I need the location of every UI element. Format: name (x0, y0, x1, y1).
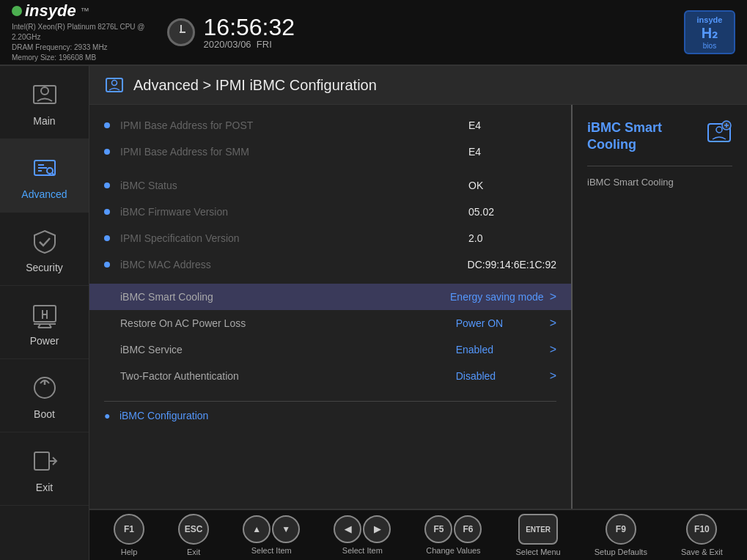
updown-pair: ▲ ▼ (243, 515, 300, 543)
logo-trademark: ™ (81, 6, 89, 16)
f5-button[interactable]: F5 (424, 515, 452, 543)
setting-value-ibmc-firmware: 05.02 (468, 206, 556, 218)
setting-label-ibmc-firmware: iBMC Firmware Version (120, 206, 468, 218)
config-content: IPMI Base Address for POST E4 IPMI Base … (89, 105, 747, 509)
exit-icon (29, 445, 61, 477)
bios-h2-text: H₂ (702, 24, 718, 42)
sidebar-item-advanced[interactable]: Advanced (0, 139, 89, 213)
sidebar-label-security: Security (26, 262, 63, 273)
setting-value-ibmc-cooling: Energy saving mode (450, 291, 544, 303)
bios-logo: insyde H₂ bios (684, 10, 735, 54)
arrow-icon: > (550, 343, 556, 356)
logo-circle-icon (12, 6, 22, 16)
footer-key-updown: ▲ ▼ Select Item (243, 515, 300, 555)
setting-row-ibmc-status: iBMC Status OK (89, 172, 571, 199)
time-display: 16:56:32 (204, 15, 295, 39)
power-icon (29, 298, 61, 331)
date-display: 2020/03/06 FRI (204, 39, 295, 50)
dot-icon (104, 149, 110, 155)
f10-label: Save & Exit (681, 548, 723, 556)
f10-button[interactable]: F10 (686, 514, 717, 545)
sidebar-item-power[interactable]: Power (0, 286, 89, 359)
down-button[interactable]: ▼ (272, 515, 300, 543)
sidebar-item-main[interactable]: Main (0, 66, 89, 139)
leftright-pair: ◀ ▶ (334, 515, 391, 543)
esc-button[interactable]: ESC (178, 514, 209, 545)
clock-area: 16:56:32 2020/03/06 FRI (167, 15, 295, 50)
setting-row-ipmi-spec: IPMI Specification Version 2.0 (89, 225, 571, 251)
setting-value-ipmi-spec: 2.0 (468, 232, 556, 244)
footer: F1 Help ESC Exit ▲ ▼ Select Item ◀ ▶ Se (89, 509, 747, 560)
footer-key-enter: ENTER Select Menu (516, 514, 561, 556)
sidebar-label-exit: Exit (36, 482, 53, 493)
sidebar-item-security[interactable]: Security (0, 213, 89, 286)
setting-label-ibmc-mac: iBMC MAC Address (120, 259, 468, 270)
f1-label: Help (121, 548, 138, 556)
section-header-label: iBMC Configuration (119, 410, 208, 421)
security-icon (29, 225, 61, 257)
arrow-icon: > (550, 369, 556, 383)
f9-button[interactable]: F9 (606, 514, 636, 545)
left-button[interactable]: ◀ (334, 515, 361, 543)
f6-button[interactable]: F6 (454, 515, 482, 543)
logo-insyde: insyde ™ (12, 1, 145, 21)
footer-key-leftright: ◀ ▶ Select Item (334, 515, 391, 555)
logo-area: insyde ™ Intel(R) Xeon(R) Platinum 8276L… (12, 1, 145, 63)
setting-value-two-factor: Disabled (456, 370, 544, 382)
logo-text: insyde (25, 1, 76, 21)
footer-key-esc: ESC Exit (178, 514, 209, 556)
up-button[interactable]: ▲ (243, 515, 271, 543)
sidebar-label-main: Main (33, 115, 55, 127)
setting-label-ibmc-service: iBMC Service (120, 344, 456, 355)
updown-label: Select Item (251, 546, 292, 555)
setting-label-ac-power: Restore On AC Power Loss (120, 317, 456, 329)
help-panel: iBMC Smart Cooling iBMC Smart Cool (571, 105, 747, 509)
dot-icon (104, 209, 110, 215)
dot-icon (104, 262, 110, 268)
setting-label-ibmc-cooling: iBMC Smart Cooling (120, 291, 450, 303)
help-title: iBMC Smart Cooling (587, 119, 706, 154)
sidebar-item-exit[interactable]: Exit (0, 432, 89, 506)
advanced-icon (29, 152, 61, 184)
bios-brand-text: insyde (697, 15, 723, 24)
footer-key-f1: F1 Help (114, 514, 144, 556)
dot-icon (104, 235, 110, 241)
setting-row-two-factor[interactable]: Two-Factor Authentication Disabled > (89, 363, 571, 389)
setting-label-ipmi-post: IPMI Base Address for POST (120, 119, 468, 131)
dot-icon (104, 183, 110, 188)
setting-row-ipmi-post: IPMI Base Address for POST E4 (89, 112, 571, 139)
right-button[interactable]: ▶ (363, 515, 391, 543)
svg-point-6 (47, 168, 53, 174)
page-title: Advanced > IPMI iBMC Configuration (133, 77, 377, 94)
enter-label: Select Menu (516, 548, 561, 556)
boot-icon (29, 372, 61, 404)
page-title-bar: Advanced > IPMI iBMC Configuration (89, 66, 747, 105)
sidebar: Main Advanced (0, 66, 89, 560)
section-header: ● iBMC Configuration (89, 405, 571, 427)
main-layout: Main Advanced (0, 66, 747, 560)
page-title-icon (104, 75, 125, 95)
setting-label-ibmc-status: iBMC Status (120, 180, 468, 191)
setting-value-ipmi-post: E4 (468, 119, 556, 131)
bios-sub-text: bios (703, 42, 716, 50)
setting-row-ibmc-firmware: iBMC Firmware Version 05.02 (89, 199, 571, 225)
setting-row-ibmc-cooling[interactable]: iBMC Smart Cooling Energy saving mode > (89, 284, 571, 310)
setting-row-ibmc-service[interactable]: iBMC Service Enabled > (89, 336, 571, 363)
datetime: 16:56:32 2020/03/06 FRI (204, 15, 295, 50)
esc-label: Exit (187, 548, 200, 556)
f1-button[interactable]: F1 (114, 514, 144, 545)
setting-row-ac-power[interactable]: Restore On AC Power Loss Power ON > (89, 310, 571, 336)
arrow-icon: > (550, 317, 556, 330)
settings-panel: IPMI Base Address for POST E4 IPMI Base … (89, 105, 571, 509)
sidebar-label-power: Power (30, 335, 59, 347)
dot-icon (104, 122, 110, 128)
cpu-info: Intel(R) Xeon(R) Platinum 8276L CPU @ 2.… (12, 22, 145, 63)
enter-button[interactable]: ENTER (518, 514, 558, 545)
sidebar-item-boot[interactable]: Boot (0, 359, 89, 432)
setting-value-ibmc-status: OK (468, 180, 556, 191)
svg-point-23 (716, 127, 722, 133)
sidebar-label-boot: Boot (34, 408, 55, 420)
setting-value-ac-power: Power ON (456, 317, 544, 329)
setting-label-ipmi-smm: IPMI Base Address for SMM (120, 146, 468, 158)
sidebar-label-advanced: Advanced (21, 188, 67, 200)
